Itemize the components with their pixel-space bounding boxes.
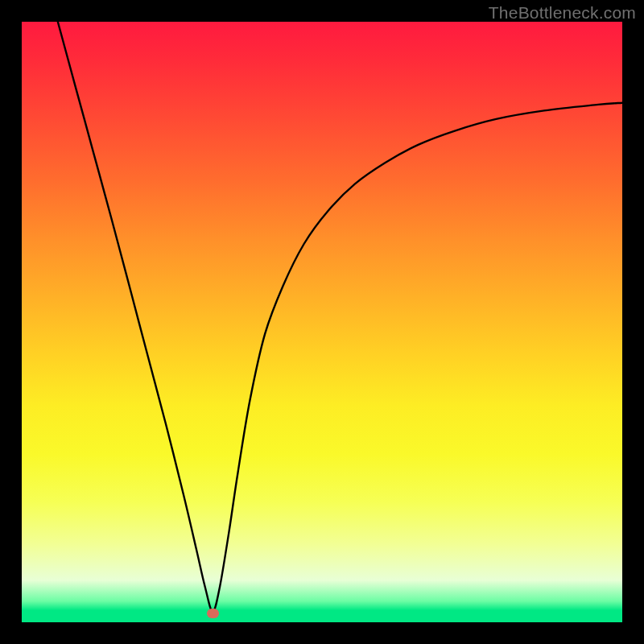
bottleneck-curve <box>22 22 622 622</box>
watermark-text: TheBottleneck.com <box>489 3 636 23</box>
chart-frame <box>22 22 622 622</box>
min-marker <box>207 609 219 618</box>
